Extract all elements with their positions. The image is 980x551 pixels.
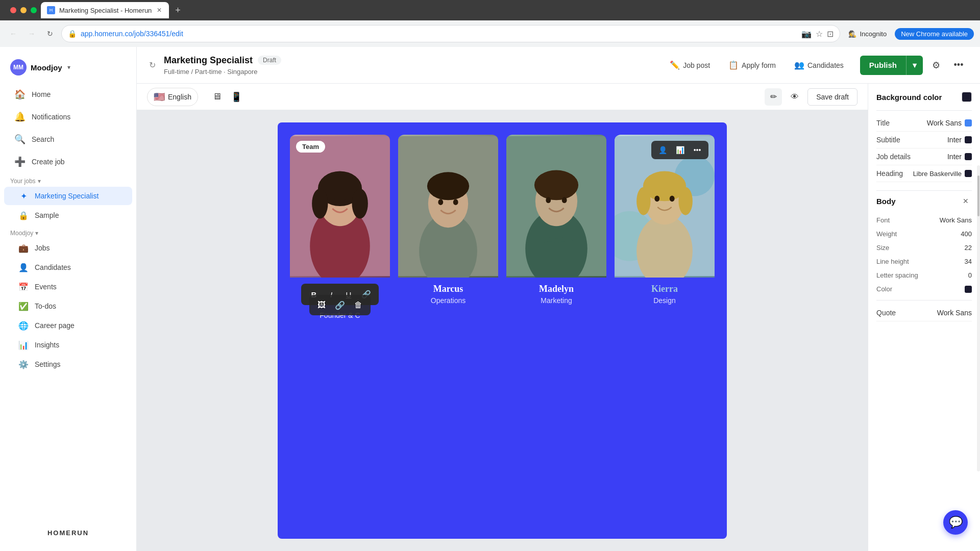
team-grid: Team [290,135,715,321]
sidebar-item-notifications[interactable]: 🔔 Notifications [4,106,132,128]
tab-apply-form[interactable]: 📋 Apply form [720,56,784,74]
subtitle-color-swatch[interactable] [965,136,972,143]
mobile-view-btn[interactable]: 📱 [228,88,245,106]
title-font-value[interactable]: Work Sans [927,119,972,127]
language-selector[interactable]: 🇺🇸 English [147,88,198,106]
heading-color-swatch[interactable] [965,170,972,177]
sidebar-item-jobs[interactable]: 💼 Jobs [4,239,132,257]
body-label: Body [876,197,896,206]
detail-row-line-height: Line height 34 [876,255,972,268]
org-row[interactable]: MM Moodjoy ▾ [0,55,136,84]
sidebar-item-settings[interactable]: ⚙️ Settings [4,355,132,373]
font-detail-value[interactable]: Work Sans [940,216,972,224]
panel-divider-1 [876,110,972,111]
window-close-btn[interactable] [10,7,16,13]
title-font-label: Title [876,119,890,127]
desktop-view-btn[interactable]: 🖥 [208,88,226,106]
person-image-0 [290,135,390,278]
view-toggles: 🖥 📱 [208,88,245,106]
sidebar-item-todos[interactable]: ✅ To-dos [4,297,132,315]
color-detail-value[interactable] [965,286,972,293]
sidebar-item-sample[interactable]: 🔒 Sample [4,206,132,224]
refresh-icon[interactable]: ↻ [149,60,156,70]
card-role-1: Operations [402,296,494,305]
preview-btn[interactable]: 👁 [786,88,803,106]
svg-point-29 [670,195,675,202]
tab-close-btn[interactable]: ✕ [156,6,163,15]
sidebar-item-marketing-specialist[interactable]: ✦ Marketing Specialist [4,187,132,205]
save-draft-btn[interactable]: Save draft [807,88,857,106]
link-icon[interactable]: 🔗 [333,298,347,312]
address-url[interactable]: app.homerun.co/job/336451/edit [81,30,797,38]
detail-row-color: Color [876,282,972,296]
edit-mode-btn[interactable]: ✏ [765,88,782,106]
camera-off-icon: 📷 [801,29,812,39]
tab-title: Marketing Specialist - Homerun [59,7,152,14]
forward-btn[interactable]: → [24,27,39,41]
delete-icon[interactable]: 🗑 [351,298,365,312]
sidebar-item-home[interactable]: 🏠 Home [4,84,132,105]
background-color-swatch[interactable] [962,92,972,102]
card-chart-icon[interactable]: 📊 [673,143,687,157]
quote-font-value[interactable]: Work Sans [937,309,972,317]
reload-btn[interactable]: ↻ [43,27,57,41]
address-bar[interactable]: 🔒 app.homerun.co/job/336451/edit 📷 ☆ ⊡ [61,25,840,42]
window-minimize-btn[interactable] [20,7,27,13]
person-image-1 [398,135,498,278]
todos-label: To-dos [35,302,56,310]
candidates-icon: 👤 [18,262,29,272]
heading-font-value[interactable]: Libre Baskerville [913,170,972,178]
weight-detail-value[interactable]: 400 [961,230,972,238]
team-card-1[interactable]: Marcus Operations [398,135,498,321]
body-color-swatch[interactable] [965,286,972,293]
back-btn[interactable]: ← [6,27,20,41]
sidebar-toggle-icon[interactable]: ⊡ [827,29,834,39]
letter-spacing-detail-value[interactable]: 0 [968,271,972,279]
top-card-tools: 👤 📊 ••• [651,141,708,159]
events-label: Events [35,283,57,291]
search-icon: 🔍 [14,134,26,145]
team-card-2[interactable]: Madelyn Marketing [506,135,606,321]
new-tab-btn[interactable]: + [171,3,185,18]
job-details-color-swatch[interactable] [965,153,972,160]
team-card-0[interactable]: Team [290,135,390,321]
title-color-swatch[interactable] [965,119,972,127]
card-user-icon[interactable]: 👤 [655,143,670,157]
chat-float-btn[interactable]: 💬 [943,510,968,535]
card-name-1: Marcus [402,284,494,294]
active-tab[interactable]: H Marketing Specialist - Homerun ✕ [41,2,169,18]
header-settings-btn[interactable]: ⚙ [927,56,945,74]
job-label-marketing: Marketing Specialist [35,192,99,200]
sidebar-item-career-page[interactable]: 🌐 Career page [4,316,132,335]
homerun-logo: HOMERUN [10,529,126,537]
sidebar-item-create-job[interactable]: ➕ Create job [4,151,132,172]
image-edit-icon[interactable]: 🖼 [314,298,329,312]
new-chrome-badge[interactable]: New Chrome available [895,28,974,40]
sidebar-item-search[interactable]: 🔍 Search [4,129,132,150]
canvas-content[interactable]: Team [137,110,868,551]
publish-button[interactable]: Publish ▾ [860,56,923,75]
tab-candidates[interactable]: 👥 Candidates [786,56,852,74]
tab-job-post[interactable]: ✏️ Job post [662,56,718,74]
job-details-font-value[interactable]: Inter [947,153,972,161]
svg-point-13 [453,199,458,205]
team-card-3[interactable]: 👤 📊 ••• [615,135,715,321]
panel-divider-3 [876,300,972,300]
sidebar-item-insights[interactable]: 📊 Insights [4,336,132,354]
size-detail-value[interactable]: 22 [965,244,972,252]
body-close-btn[interactable]: ✕ [960,195,972,207]
header-more-btn[interactable]: ••• [949,56,968,74]
line-height-detail-value[interactable]: 34 [965,258,972,265]
publish-dropdown-icon[interactable]: ▾ [906,56,923,75]
sidebar-item-events[interactable]: 📅 Events [4,278,132,296]
org-dropdown-icon: ▾ [67,64,70,71]
card-more-icon[interactable]: ••• [690,143,704,157]
team-badge: Team [296,141,325,153]
subtitle-font-value[interactable]: Inter [947,136,972,144]
bookmark-icon[interactable]: ☆ [816,29,823,39]
top-header: ↻ Marketing Specialist Draft Full-time /… [137,47,980,84]
sidebar-item-candidates[interactable]: 👤 Candidates [4,258,132,277]
incognito-btn[interactable]: 🕵 Incognito [844,28,891,40]
right-panel-scrollbar[interactable] [977,165,980,471]
window-maximize-btn[interactable] [31,7,37,13]
